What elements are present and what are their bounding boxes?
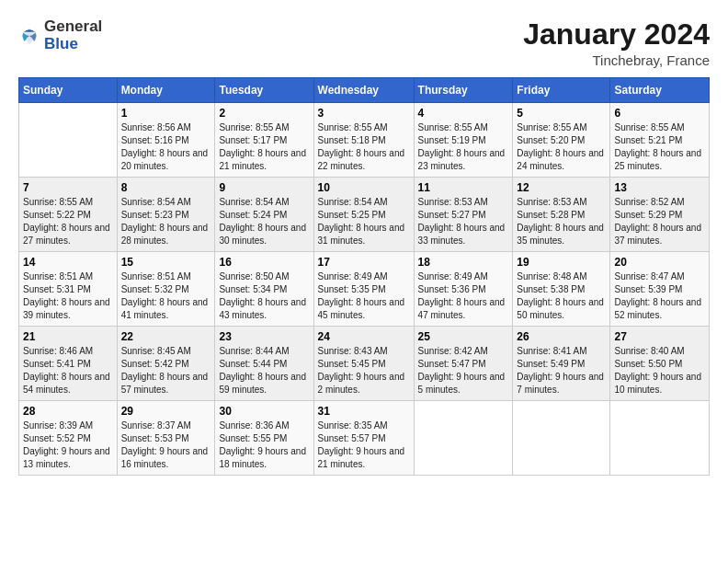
calendar-week-row: 28Sunrise: 8:39 AMSunset: 5:52 PMDayligh… — [19, 401, 710, 476]
weekday-header-friday: Friday — [513, 78, 610, 103]
day-info: Sunrise: 8:53 AMSunset: 5:28 PMDaylight:… — [517, 196, 606, 247]
calendar-cell: 27Sunrise: 8:40 AMSunset: 5:50 PMDayligh… — [610, 327, 710, 401]
calendar-cell: 30Sunrise: 8:36 AMSunset: 5:55 PMDayligh… — [215, 401, 313, 476]
calendar-header: SundayMondayTuesdayWednesdayThursdayFrid… — [19, 78, 710, 103]
page: General Blue January 2024 Tinchebray, Fr… — [0, 0, 728, 563]
day-number: 1 — [121, 107, 211, 120]
day-info: Sunrise: 8:42 AMSunset: 5:47 PMDaylight:… — [418, 345, 509, 396]
day-info: Sunrise: 8:50 AMSunset: 5:34 PMDaylight:… — [219, 270, 309, 322]
calendar-week-row: 7Sunrise: 8:55 AMSunset: 5:22 PMDaylight… — [19, 178, 710, 252]
day-info: Sunrise: 8:51 AMSunset: 5:31 PMDaylight:… — [23, 270, 113, 322]
day-number: 2 — [219, 107, 309, 120]
day-number: 11 — [418, 181, 509, 194]
calendar-cell: 16Sunrise: 8:50 AMSunset: 5:34 PMDayligh… — [215, 252, 313, 327]
calendar-cell: 6Sunrise: 8:55 AMSunset: 5:21 PMDaylight… — [610, 103, 710, 178]
calendar-cell: 26Sunrise: 8:41 AMSunset: 5:49 PMDayligh… — [513, 327, 610, 401]
calendar-cell: 5Sunrise: 8:55 AMSunset: 5:20 PMDaylight… — [513, 103, 610, 178]
day-number: 24 — [318, 330, 410, 343]
day-number: 6 — [614, 107, 705, 120]
day-info: Sunrise: 8:45 AMSunset: 5:42 PMDaylight:… — [121, 345, 211, 396]
day-info: Sunrise: 8:49 AMSunset: 5:36 PMDaylight:… — [418, 270, 509, 322]
day-number: 4 — [418, 107, 509, 120]
calendar-cell: 21Sunrise: 8:46 AMSunset: 5:41 PMDayligh… — [19, 327, 118, 401]
calendar-table: SundayMondayTuesdayWednesdayThursdayFrid… — [18, 77, 710, 476]
calendar-cell: 2Sunrise: 8:55 AMSunset: 5:17 PMDaylight… — [215, 103, 313, 178]
calendar-cell: 20Sunrise: 8:47 AMSunset: 5:39 PMDayligh… — [610, 252, 710, 327]
calendar-cell: 8Sunrise: 8:54 AMSunset: 5:23 PMDaylight… — [117, 178, 215, 252]
header: General Blue January 2024 Tinchebray, Fr… — [18, 18, 710, 68]
day-info: Sunrise: 8:46 AMSunset: 5:41 PMDaylight:… — [23, 345, 113, 396]
day-info: Sunrise: 8:47 AMSunset: 5:39 PMDaylight:… — [614, 270, 705, 322]
calendar-cell: 29Sunrise: 8:37 AMSunset: 5:53 PMDayligh… — [117, 401, 215, 476]
day-number: 31 — [318, 405, 410, 418]
calendar-cell — [513, 401, 610, 476]
weekday-header-thursday: Thursday — [414, 78, 513, 103]
calendar-cell: 28Sunrise: 8:39 AMSunset: 5:52 PMDayligh… — [19, 401, 118, 476]
calendar-cell — [19, 103, 118, 178]
day-info: Sunrise: 8:54 AMSunset: 5:25 PMDaylight:… — [318, 196, 410, 247]
day-number: 7 — [23, 181, 113, 194]
calendar-week-row: 1Sunrise: 8:56 AMSunset: 5:16 PMDaylight… — [19, 103, 710, 178]
day-number: 25 — [418, 330, 509, 343]
calendar-cell: 15Sunrise: 8:51 AMSunset: 5:32 PMDayligh… — [117, 252, 215, 327]
day-number: 8 — [121, 181, 211, 194]
day-info: Sunrise: 8:53 AMSunset: 5:27 PMDaylight:… — [418, 196, 509, 247]
main-title: January 2024 — [523, 18, 710, 51]
calendar-body: 1Sunrise: 8:56 AMSunset: 5:16 PMDaylight… — [19, 103, 710, 476]
calendar-cell: 3Sunrise: 8:55 AMSunset: 5:18 PMDaylight… — [313, 103, 414, 178]
weekday-header-monday: Monday — [117, 78, 215, 103]
day-info: Sunrise: 8:56 AMSunset: 5:16 PMDaylight:… — [121, 121, 211, 173]
day-number: 3 — [318, 107, 410, 120]
calendar-cell: 4Sunrise: 8:55 AMSunset: 5:19 PMDaylight… — [414, 103, 513, 178]
calendar-week-row: 21Sunrise: 8:46 AMSunset: 5:41 PMDayligh… — [19, 327, 710, 401]
day-info: Sunrise: 8:49 AMSunset: 5:35 PMDaylight:… — [318, 270, 410, 322]
logo-general: General — [44, 18, 102, 36]
day-number: 20 — [614, 256, 705, 269]
calendar-cell: 14Sunrise: 8:51 AMSunset: 5:31 PMDayligh… — [19, 252, 118, 327]
calendar-cell: 24Sunrise: 8:43 AMSunset: 5:45 PMDayligh… — [313, 327, 414, 401]
day-info: Sunrise: 8:55 AMSunset: 5:20 PMDaylight:… — [517, 121, 606, 173]
day-info: Sunrise: 8:48 AMSunset: 5:38 PMDaylight:… — [517, 270, 606, 322]
day-info: Sunrise: 8:35 AMSunset: 5:57 PMDaylight:… — [318, 419, 410, 471]
logo-blue: Blue — [44, 36, 102, 53]
subtitle: Tinchebray, France — [523, 52, 710, 68]
day-number: 21 — [23, 330, 113, 343]
calendar-cell: 22Sunrise: 8:45 AMSunset: 5:42 PMDayligh… — [117, 327, 215, 401]
day-number: 16 — [219, 256, 309, 269]
day-info: Sunrise: 8:54 AMSunset: 5:23 PMDaylight:… — [121, 196, 211, 247]
day-number: 15 — [121, 256, 211, 269]
day-number: 19 — [517, 256, 606, 269]
calendar-cell: 17Sunrise: 8:49 AMSunset: 5:35 PMDayligh… — [313, 252, 414, 327]
day-info: Sunrise: 8:51 AMSunset: 5:32 PMDaylight:… — [121, 270, 211, 322]
day-info: Sunrise: 8:39 AMSunset: 5:52 PMDaylight:… — [23, 419, 113, 471]
day-number: 13 — [614, 181, 705, 194]
logo-icon — [18, 25, 40, 47]
calendar-cell — [414, 401, 513, 476]
day-info: Sunrise: 8:55 AMSunset: 5:22 PMDaylight:… — [23, 196, 113, 247]
calendar-cell: 9Sunrise: 8:54 AMSunset: 5:24 PMDaylight… — [215, 178, 313, 252]
calendar-cell: 31Sunrise: 8:35 AMSunset: 5:57 PMDayligh… — [313, 401, 414, 476]
calendar-cell: 13Sunrise: 8:52 AMSunset: 5:29 PMDayligh… — [610, 178, 710, 252]
day-number: 26 — [517, 330, 606, 343]
calendar-cell: 7Sunrise: 8:55 AMSunset: 5:22 PMDaylight… — [19, 178, 118, 252]
calendar-cell: 25Sunrise: 8:42 AMSunset: 5:47 PMDayligh… — [414, 327, 513, 401]
calendar-cell: 23Sunrise: 8:44 AMSunset: 5:44 PMDayligh… — [215, 327, 313, 401]
day-number: 9 — [219, 181, 309, 194]
day-number: 5 — [517, 107, 606, 120]
calendar-cell: 19Sunrise: 8:48 AMSunset: 5:38 PMDayligh… — [513, 252, 610, 327]
day-info: Sunrise: 8:55 AMSunset: 5:19 PMDaylight:… — [418, 121, 509, 173]
weekday-header-tuesday: Tuesday — [215, 78, 313, 103]
day-info: Sunrise: 8:41 AMSunset: 5:49 PMDaylight:… — [517, 345, 606, 396]
calendar-cell: 10Sunrise: 8:54 AMSunset: 5:25 PMDayligh… — [313, 178, 414, 252]
day-number: 30 — [219, 405, 309, 418]
day-number: 14 — [23, 256, 113, 269]
calendar-cell — [610, 401, 710, 476]
calendar-cell: 1Sunrise: 8:56 AMSunset: 5:16 PMDaylight… — [117, 103, 215, 178]
weekday-header-sunday: Sunday — [19, 78, 118, 103]
day-number: 18 — [418, 256, 509, 269]
logo-text: General Blue — [44, 18, 102, 52]
day-info: Sunrise: 8:44 AMSunset: 5:44 PMDaylight:… — [219, 345, 309, 396]
calendar-cell: 18Sunrise: 8:49 AMSunset: 5:36 PMDayligh… — [414, 252, 513, 327]
day-number: 23 — [219, 330, 309, 343]
day-number: 12 — [517, 181, 606, 194]
